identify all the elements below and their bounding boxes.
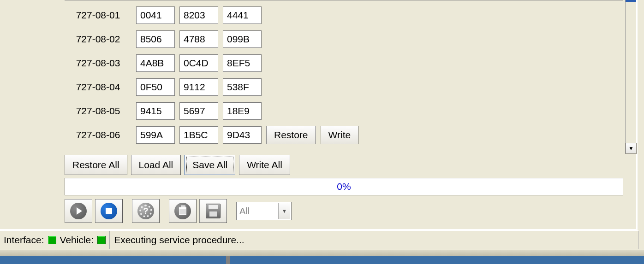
hex-cell[interactable]	[179, 6, 218, 24]
hex-cell[interactable]	[136, 6, 175, 24]
status-message: Executing service procedure...	[114, 235, 244, 246]
play-button[interactable]	[65, 199, 92, 223]
row-label: 727-08-06	[65, 129, 131, 141]
hex-cell[interactable]	[136, 126, 175, 144]
hex-cell[interactable]	[179, 126, 218, 144]
delete-button[interactable]	[169, 199, 197, 223]
hex-cell[interactable]	[223, 126, 262, 144]
save-button[interactable]	[199, 199, 227, 223]
help-button[interactable]: ?	[132, 199, 160, 223]
hex-cell[interactable]	[223, 54, 262, 72]
hex-cell[interactable]	[223, 78, 262, 96]
chevron-down-icon: ▼	[628, 145, 634, 152]
window-chrome-bottom	[0, 250, 644, 256]
restore-all-button[interactable]: Restore All	[65, 155, 127, 175]
bulk-controls: Restore All Load All Save All Write All	[65, 155, 290, 175]
filter-combo-value: All	[239, 206, 250, 217]
desktop-strip	[0, 256, 644, 264]
hex-cell[interactable]	[136, 30, 175, 48]
icon-toolbar: ? All ▼	[65, 199, 292, 223]
interface-label: Interface:	[4, 235, 44, 246]
write-all-button[interactable]: Write All	[239, 155, 290, 175]
hex-cell[interactable]	[136, 102, 175, 120]
data-rows: 727-08-01 727-08-02 727-08-03	[65, 0, 623, 147]
hex-cell[interactable]	[136, 54, 175, 72]
status-bar: Interface: Vehicle: Executing service pr…	[0, 230, 638, 249]
interface-led-icon	[48, 236, 56, 244]
data-row: 727-08-02	[65, 27, 623, 51]
data-row: 727-08-01	[65, 3, 623, 27]
data-row: 727-08-03	[65, 51, 623, 75]
hex-cell[interactable]	[179, 30, 218, 48]
row-label: 727-08-01	[65, 10, 131, 21]
vehicle-led-icon	[97, 236, 106, 244]
hex-cell[interactable]	[223, 102, 262, 120]
progress-bar: 0%	[65, 178, 623, 195]
scroll-down-button[interactable]: ▼	[626, 143, 637, 154]
restore-button[interactable]: Restore	[266, 126, 316, 144]
row-label: 727-08-05	[65, 106, 131, 117]
progress-text: 0%	[337, 181, 351, 192]
hex-cell[interactable]	[223, 30, 262, 48]
data-row: 727-08-05	[65, 99, 623, 123]
row-label: 727-08-03	[65, 58, 131, 69]
play-icon	[70, 203, 87, 219]
stop-icon	[101, 203, 117, 219]
vertical-scrollbar[interactable]: ▼	[625, 0, 636, 154]
data-row: 727-08-06 Restore Write	[65, 123, 623, 147]
row-label: 727-08-04	[65, 82, 131, 93]
data-row: 727-08-04	[65, 75, 623, 99]
hex-cell[interactable]	[136, 78, 175, 96]
floppy-icon	[206, 204, 221, 218]
vehicle-label: Vehicle:	[60, 235, 94, 246]
stop-button[interactable]	[95, 199, 123, 223]
write-button[interactable]: Write	[321, 126, 359, 144]
hex-cell[interactable]	[179, 102, 218, 120]
scroll-accent	[626, 0, 636, 2]
chevron-down-icon: ▼	[278, 203, 290, 219]
row-label: 727-08-02	[65, 34, 131, 45]
trash-icon	[174, 203, 191, 219]
hex-cell[interactable]	[179, 78, 218, 96]
load-all-button[interactable]: Load All	[131, 155, 181, 175]
filter-combo[interactable]: All ▼	[236, 202, 292, 220]
hex-cell[interactable]	[179, 54, 218, 72]
help-icon: ?	[137, 203, 154, 219]
save-all-button[interactable]: Save All	[185, 155, 235, 175]
hex-cell[interactable]	[223, 6, 262, 24]
